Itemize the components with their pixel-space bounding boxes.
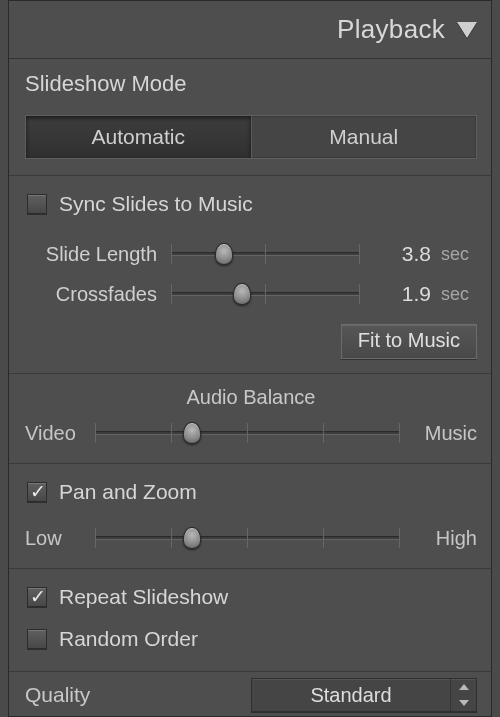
slideshow-mode-segmented: Automatic Manual bbox=[25, 115, 477, 159]
audio-balance-slider[interactable] bbox=[95, 419, 399, 447]
pan-zoom-high-label: High bbox=[407, 527, 477, 550]
audio-balance-thumb[interactable] bbox=[183, 422, 201, 444]
crossfades-slider[interactable] bbox=[171, 280, 359, 308]
pan-zoom-slider[interactable] bbox=[95, 524, 399, 552]
random-order-checkbox[interactable] bbox=[27, 629, 47, 649]
repeat-slideshow-checkbox[interactable] bbox=[27, 587, 47, 607]
sync-slides-row: Sync Slides to Music bbox=[25, 188, 477, 220]
playback-panel: Playback Slideshow Mode Automatic Manual… bbox=[8, 0, 492, 717]
slide-length-label: Slide Length bbox=[25, 243, 165, 266]
slideshow-mode-section: Slideshow Mode Automatic Manual bbox=[9, 59, 491, 176]
panel-title: Playback bbox=[337, 14, 445, 45]
pan-zoom-checkbox[interactable] bbox=[27, 482, 47, 502]
mode-manual-button[interactable]: Manual bbox=[252, 116, 477, 158]
crossfades-row: Crossfades 1.9 sec bbox=[25, 274, 477, 314]
quality-stepper[interactable] bbox=[450, 679, 476, 711]
repeat-slideshow-label: Repeat Slideshow bbox=[59, 585, 228, 609]
repeat-section: Repeat Slideshow Random Order bbox=[9, 569, 491, 672]
pan-zoom-section: Pan and Zoom Low High bbox=[9, 464, 491, 569]
slideshow-mode-heading: Slideshow Mode bbox=[25, 71, 477, 97]
slide-length-thumb[interactable] bbox=[215, 243, 233, 265]
pan-zoom-slider-row: Low High bbox=[25, 524, 477, 552]
random-order-label: Random Order bbox=[59, 627, 198, 651]
quality-label: Quality bbox=[25, 683, 90, 707]
quality-select[interactable]: Standard bbox=[251, 678, 477, 712]
timing-section: Sync Slides to Music Slide Length 3.8 se… bbox=[9, 176, 491, 464]
pan-zoom-low-label: Low bbox=[25, 527, 87, 550]
disclosure-triangle-icon[interactable] bbox=[457, 22, 477, 38]
crossfades-label: Crossfades bbox=[25, 283, 165, 306]
sync-slides-checkbox[interactable] bbox=[27, 194, 47, 214]
crossfades-value: 1.9 bbox=[365, 282, 435, 306]
audio-balance-heading: Audio Balance bbox=[25, 386, 477, 409]
audio-balance-left-label: Video bbox=[25, 422, 87, 445]
pan-zoom-label: Pan and Zoom bbox=[59, 480, 197, 504]
audio-balance-row: Video Music bbox=[25, 419, 477, 447]
slide-length-value: 3.8 bbox=[365, 242, 435, 266]
sync-slides-label: Sync Slides to Music bbox=[59, 192, 253, 216]
slide-length-row: Slide Length 3.8 sec bbox=[25, 234, 477, 274]
audio-balance-right-label: Music bbox=[407, 422, 477, 445]
pan-zoom-thumb[interactable] bbox=[183, 527, 201, 549]
slide-length-slider[interactable] bbox=[171, 240, 359, 268]
mode-automatic-button[interactable]: Automatic bbox=[26, 116, 252, 158]
crossfades-thumb[interactable] bbox=[233, 283, 251, 305]
chevron-down-icon bbox=[459, 700, 469, 706]
quality-row: Quality Standard bbox=[9, 672, 491, 717]
quality-value: Standard bbox=[252, 682, 450, 709]
fit-to-music-button[interactable]: Fit to Music bbox=[341, 324, 477, 359]
slide-length-unit: sec bbox=[441, 244, 477, 265]
chevron-up-icon bbox=[459, 684, 469, 690]
crossfades-unit: sec bbox=[441, 284, 477, 305]
panel-header[interactable]: Playback bbox=[9, 1, 491, 59]
